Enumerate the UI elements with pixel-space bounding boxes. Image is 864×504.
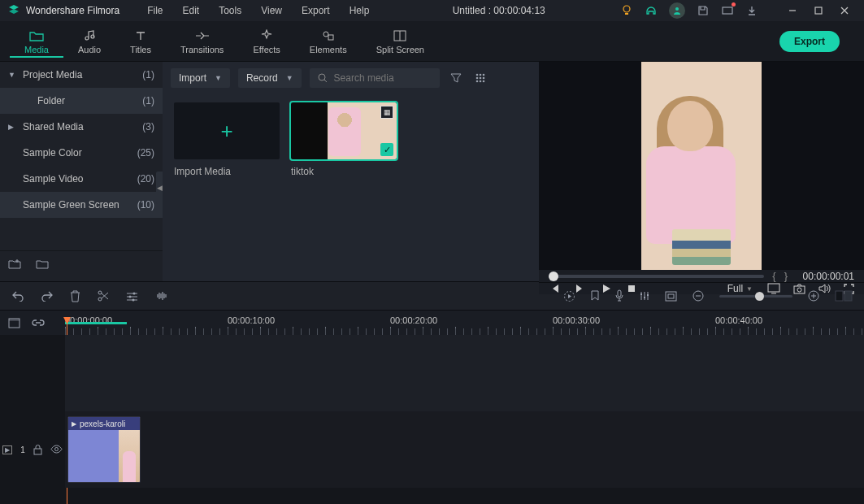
media-item-tiktok[interactable]: ▦ ✓ tiktok <box>291 102 397 177</box>
minimize-button[interactable] <box>779 0 805 21</box>
app-name: Wondershare Filmora <box>26 5 119 16</box>
sidebar-folder[interactable]: Folder (1) <box>0 88 163 114</box>
svg-rect-36 <box>644 297 645 298</box>
sidebar-shared-media[interactable]: ▶ Shared Media (3) <box>0 114 163 140</box>
track-play-icon[interactable]: ▶ <box>2 445 12 454</box>
mark-in-icon[interactable]: { <box>772 270 775 282</box>
track-number: 1 <box>20 445 25 454</box>
sidebar-sample-color[interactable]: Sample Color (25) <box>0 140 163 166</box>
sidebar-shared-count: (3) <box>142 121 154 133</box>
tab-media[interactable]: Media <box>10 25 63 58</box>
sidebar-sample-video-count: (20) <box>137 173 154 185</box>
svg-point-15 <box>479 77 481 80</box>
import-thumb: + <box>174 102 280 159</box>
lock-icon[interactable] <box>33 445 42 455</box>
video-preview <box>641 62 762 270</box>
check-icon: ✓ <box>380 143 393 156</box>
save-icon[interactable] <box>697 4 710 17</box>
plus-icon: + <box>220 119 232 144</box>
prev-frame-button[interactable] <box>549 283 560 294</box>
link-icon[interactable] <box>32 318 45 328</box>
scrubber[interactable] <box>549 275 764 278</box>
zoom-knob[interactable] <box>755 292 764 301</box>
tab-audio[interactable]: Audio <box>63 25 115 58</box>
menu-help[interactable]: Help <box>341 2 378 20</box>
svg-point-14 <box>475 77 478 80</box>
account-icon[interactable] <box>669 2 685 19</box>
marker-icon[interactable] <box>590 290 600 302</box>
scrub-knob[interactable] <box>549 272 558 281</box>
sidebar-sample-color-label: Sample Color <box>23 147 82 159</box>
undo-button[interactable] <box>11 290 24 302</box>
menu-tools[interactable]: Tools <box>211 2 250 20</box>
render-icon[interactable] <box>563 290 575 302</box>
mark-out-icon[interactable]: } <box>784 270 788 282</box>
media-grid: + Import Media ▦ ✓ tiktok <box>163 94 539 185</box>
sidebar-sample-video[interactable]: Sample Video (20) <box>0 166 163 192</box>
timeline-clip[interactable]: ▶ pexels-karoli <box>67 416 141 483</box>
eye-icon[interactable] <box>50 445 63 455</box>
tab-effects[interactable]: Effects <box>238 25 294 58</box>
audio-mixer-icon[interactable] <box>639 290 650 302</box>
menu-view[interactable]: View <box>253 2 290 20</box>
tab-transitions[interactable]: Transitions <box>166 25 238 58</box>
svg-rect-4 <box>815 7 822 14</box>
zoom-fit-button[interactable] <box>835 290 853 302</box>
zoom-in-button[interactable] <box>807 289 820 302</box>
maximize-button[interactable] <box>805 0 831 21</box>
svg-line-10 <box>324 80 327 82</box>
sparkle-icon <box>260 28 273 43</box>
tab-effects-label: Effects <box>253 45 280 54</box>
track-body-empty[interactable] <box>65 335 864 411</box>
export-button[interactable]: Export <box>779 31 840 52</box>
chevron-down-icon: ▼ <box>8 71 15 79</box>
chevron-down-icon: ▼ <box>286 74 293 82</box>
record-dropdown-label: Record <box>246 72 278 84</box>
search-input[interactable] <box>334 72 432 84</box>
zoom-out-button[interactable] <box>692 289 705 302</box>
menu-file[interactable]: File <box>139 2 171 20</box>
close-button[interactable] <box>831 0 857 21</box>
rendered-region <box>65 322 127 324</box>
headphones-icon[interactable] <box>645 4 658 17</box>
tab-elements[interactable]: Elements <box>295 25 362 58</box>
delete-button[interactable] <box>70 290 80 302</box>
main-area: ▼ Project Media (1) Folder (1) ▶ Shared … <box>0 62 864 281</box>
download-icon[interactable] <box>745 4 758 17</box>
adjust-icon[interactable] <box>126 291 138 302</box>
timeline-options-icon[interactable] <box>8 318 20 328</box>
import-dropdown[interactable]: Import ▼ <box>171 68 230 88</box>
lightbulb-icon[interactable] <box>620 4 633 17</box>
voiceover-icon[interactable] <box>614 289 624 302</box>
filter-icon[interactable] <box>448 72 464 84</box>
scrubber-row: { } 00:00:00:01 <box>539 270 864 282</box>
tab-titles[interactable]: Titles <box>115 25 166 58</box>
folder-icon[interactable] <box>36 258 49 269</box>
video-track-body[interactable]: ▶ pexels-karoli <box>65 411 864 488</box>
record-dropdown[interactable]: Record ▼ <box>238 68 302 88</box>
split-button[interactable] <box>97 289 110 302</box>
message-icon[interactable] <box>721 4 734 17</box>
new-folder-icon[interactable] <box>8 258 21 269</box>
zoom-slider[interactable] <box>719 295 792 298</box>
chevron-right-icon: ▶ <box>8 123 14 131</box>
tab-splitscreen[interactable]: Split Screen <box>362 25 439 58</box>
thumbnail-image <box>328 107 361 156</box>
collapse-sidebar-handle[interactable]: ◀ <box>156 172 163 204</box>
svg-rect-6 <box>328 35 333 40</box>
svg-rect-35 <box>640 293 642 295</box>
grid-view-icon[interactable] <box>472 72 488 84</box>
svg-rect-49 <box>34 449 41 454</box>
import-media-tile[interactable]: + Import Media <box>174 102 280 177</box>
menu-edit[interactable]: Edit <box>175 2 208 20</box>
search-input-wrap[interactable] <box>310 68 440 88</box>
svg-point-1 <box>675 7 679 11</box>
svg-rect-46 <box>844 291 852 301</box>
sidebar-project-media[interactable]: ▼ Project Media (1) <box>0 62 163 88</box>
preview-panel: { } 00:00:00:01 Full▼ <box>539 62 864 281</box>
redo-button[interactable] <box>41 290 54 302</box>
sidebar-sample-green[interactable]: Sample Green Screen (10) <box>0 192 163 218</box>
audio-waveform-icon[interactable] <box>154 290 169 302</box>
menu-export[interactable]: Export <box>293 2 338 20</box>
crop-icon[interactable] <box>665 291 677 302</box>
